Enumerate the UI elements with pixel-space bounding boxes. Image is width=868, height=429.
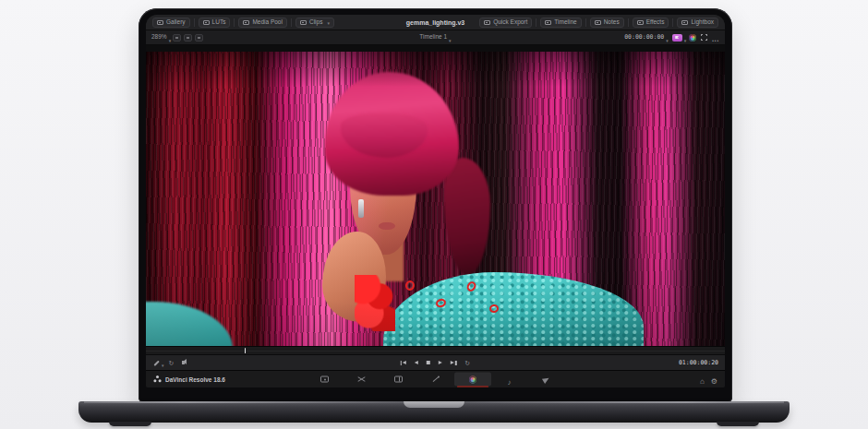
viewer-timecode: 00:00:00:00 (624, 34, 664, 41)
status-bar-right (700, 371, 717, 387)
lightbox-icon (681, 20, 688, 25)
media-page-icon (320, 376, 329, 383)
media-pool-icon (243, 20, 249, 25)
media-pool-button[interactable]: Media Pool (238, 18, 287, 28)
separator (234, 18, 235, 27)
lightbox-label: Lightbox (691, 19, 714, 26)
clips-label: Clips (309, 19, 322, 26)
chevron-down-icon[interactable] (682, 30, 687, 46)
luts-label: LUTs (212, 19, 226, 26)
luts-icon (203, 20, 210, 25)
view-mode-button[interactable] (173, 34, 181, 42)
audio-mute-button[interactable] (178, 361, 188, 364)
grid-view-button[interactable] (195, 34, 203, 42)
viewer-image (146, 52, 725, 346)
macbook-base (78, 401, 790, 423)
clips-icon (300, 20, 307, 25)
color-page-icon (469, 375, 476, 383)
page-switcher (307, 373, 565, 387)
macbook-screen: Gallery LUTs Media Pool Cl (139, 8, 732, 402)
transport-bar: 01:00:00:20 (146, 354, 725, 370)
timeline-button[interactable]: Timeline (540, 18, 581, 28)
deliver-page-button[interactable] (528, 373, 565, 387)
last-frame-button[interactable] (447, 357, 461, 368)
separator (585, 18, 586, 27)
project-home-icon[interactable] (700, 371, 705, 387)
first-frame-button[interactable] (396, 357, 410, 368)
more-options-icon[interactable] (712, 30, 719, 46)
fusion-page-button[interactable] (417, 373, 454, 387)
photo-lips (379, 222, 395, 230)
timeline-icon (545, 20, 551, 25)
timeline-selector[interactable]: Timeline 1 (419, 30, 451, 46)
davinci-resolve-logo-icon (153, 375, 162, 384)
gear-icon[interactable] (711, 371, 717, 387)
timeline-scrubber[interactable] (146, 346, 725, 354)
chevron-down-icon (447, 30, 452, 46)
macbook-foot (109, 422, 151, 426)
photo-red-nails (355, 275, 395, 331)
status-bar: DaVinci Resolve 18.6 (146, 370, 725, 387)
play-button[interactable] (435, 357, 447, 368)
step-back-button[interactable] (410, 357, 422, 368)
app-brand: DaVinci Resolve 18.6 (153, 375, 225, 384)
luts-button[interactable]: LUTs (199, 18, 231, 28)
notes-button[interactable]: Notes (590, 18, 624, 28)
photo-hair-strand (444, 158, 490, 276)
edit-page-button[interactable] (380, 373, 417, 387)
notes-label: Notes (604, 19, 620, 26)
stop-button[interactable] (422, 357, 434, 368)
effects-icon (637, 20, 644, 25)
separator (628, 18, 629, 27)
page-background: Gallery LUTs Media Pool Cl (0, 0, 868, 429)
lid-notch (404, 401, 464, 408)
toolbar-left-group: Gallery LUTs Media Pool Cl (151, 18, 335, 28)
photo-earring (358, 199, 364, 219)
chevron-down-icon[interactable] (167, 30, 172, 46)
clips-button[interactable]: Clips (295, 18, 334, 28)
loop-toggle-button[interactable] (169, 360, 175, 366)
gallery-label: Gallery (166, 19, 186, 26)
zoom-level[interactable]: 289% (151, 34, 167, 41)
annotation-tool-button[interactable] (152, 354, 164, 371)
fairlight-page-button[interactable] (491, 373, 528, 387)
viewer (146, 45, 725, 346)
viewer-toolbar-right: 00:00:00:00 (624, 30, 719, 46)
media-page-button[interactable] (307, 373, 344, 387)
gallery-button[interactable]: Gallery (152, 18, 190, 28)
toolbar-right-group: Quick Export Timeline Notes (478, 18, 719, 28)
playhead[interactable] (245, 348, 247, 353)
loop-playback-button[interactable] (461, 357, 475, 368)
flag-icon[interactable] (672, 34, 682, 42)
media-pool-label: Media Pool (252, 19, 283, 26)
viewer-toolbar: 289% Timeline 1 00:00:00:00 (146, 30, 725, 45)
cut-page-button[interactable] (344, 373, 380, 387)
split-view-button[interactable] (184, 34, 192, 42)
davinci-resolve-window: Gallery LUTs Media Pool Cl (146, 15, 725, 387)
effects-button[interactable]: Effects (633, 18, 669, 28)
fusion-page-icon (431, 375, 440, 383)
pen-icon (152, 359, 160, 366)
project-title: gemma_lighting.v3 (406, 19, 464, 26)
chevron-down-icon (160, 354, 164, 371)
speaker-icon (182, 361, 185, 364)
separator (672, 18, 673, 27)
gallery-icon (157, 20, 163, 25)
separator (291, 18, 292, 27)
chevron-down-icon[interactable] (664, 30, 669, 46)
color-wheel-icon[interactable] (689, 34, 696, 42)
color-page-button[interactable] (454, 373, 491, 387)
lightbox-button[interactable]: Lightbox (677, 18, 718, 28)
notes-icon (595, 20, 601, 25)
effects-label: Effects (646, 19, 665, 26)
macbook-foot (717, 422, 759, 426)
quick-export-button[interactable]: Quick Export (479, 18, 532, 28)
expand-icon[interactable] (701, 34, 707, 41)
photo-teal-fur-corner (146, 302, 233, 346)
quick-export-label: Quick Export (493, 19, 527, 26)
separator (536, 18, 536, 27)
timeline-label: Timeline (554, 19, 576, 26)
edit-page-icon (394, 376, 403, 383)
fairlight-page-icon (508, 371, 512, 387)
timeline-selector-label: Timeline 1 (419, 34, 447, 41)
